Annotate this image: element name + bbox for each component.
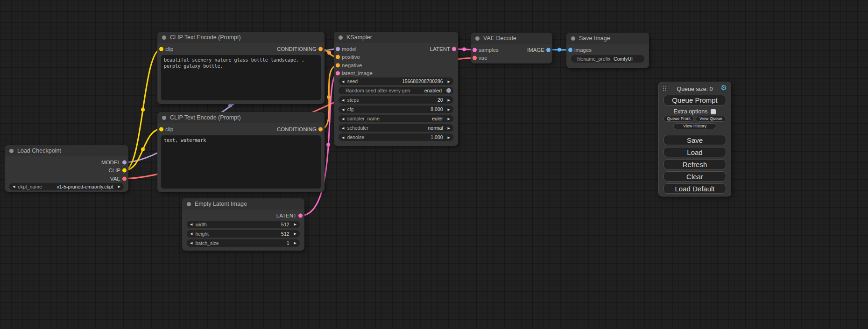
increment-arrow-icon[interactable]: ▶: [294, 232, 296, 235]
link-midpoint-dot: [557, 48, 561, 52]
node-title-bar[interactable]: Empty Latent Image: [182, 198, 304, 210]
steps-widget[interactable]: ◀ steps 20 ▶: [339, 96, 453, 104]
output-slot-conditioning[interactable]: [318, 127, 323, 131]
input-slot-images[interactable]: [568, 48, 572, 52]
output-slot-latent[interactable]: [452, 47, 456, 51]
node-clip-text-encode-negative[interactable]: CLIP Text Encode (Prompt) clip CONDITION…: [157, 112, 325, 192]
view-history-button[interactable]: View History: [673, 123, 716, 129]
collapse-dot-icon[interactable]: [571, 36, 575, 41]
input-slot-positive[interactable]: [336, 55, 340, 59]
collapse-dot-icon[interactable]: [187, 202, 191, 206]
widget-value: v1-5-pruned-emaonly.ckpt: [56, 184, 113, 189]
height-widget[interactable]: ◀ height 512 ▶: [187, 230, 300, 238]
increment-arrow-icon[interactable]: ▶: [448, 80, 450, 83]
decrement-arrow-icon[interactable]: ◀: [190, 241, 192, 245]
decrement-arrow-icon[interactable]: ◀: [342, 117, 344, 120]
decrement-arrow-icon[interactable]: ◀: [342, 98, 344, 102]
queue-pill-row: Queue Front View Queue: [663, 116, 726, 122]
collapse-dot-icon[interactable]: [162, 116, 166, 120]
input-slot-negative[interactable]: [336, 63, 340, 67]
sampler-name-widget[interactable]: ◀ sampler_name euler ▶: [339, 115, 453, 122]
extra-options-checkbox[interactable]: [711, 109, 716, 114]
output-slot-clip[interactable]: [122, 168, 127, 173]
decrement-arrow-icon[interactable]: ◀: [190, 223, 192, 226]
output-slot-conditioning[interactable]: [318, 47, 323, 51]
increment-arrow-icon[interactable]: ▶: [448, 98, 450, 102]
increment-arrow-icon[interactable]: ▶: [118, 185, 120, 188]
load-default-button[interactable]: Load Default: [663, 183, 726, 194]
input-slot-clip[interactable]: [159, 127, 163, 131]
node-title-bar[interactable]: VAE Decode: [471, 33, 552, 44]
denoise-widget[interactable]: ◀ denoise 1.000 ▶: [339, 133, 453, 141]
increment-arrow-icon[interactable]: ▶: [448, 136, 450, 139]
collapse-dot-icon[interactable]: [162, 35, 166, 40]
output-slot-latent[interactable]: [298, 213, 303, 217]
slot-row: latent_image: [334, 70, 458, 78]
widget-value: normal: [428, 125, 443, 131]
node-ksampler[interactable]: KSampler model LATENT positive negative …: [334, 32, 458, 146]
increment-arrow-icon[interactable]: ▶: [294, 223, 296, 226]
input-slot-vae[interactable]: [473, 56, 477, 60]
increment-arrow-icon[interactable]: ▶: [448, 108, 450, 111]
random-seed-toggle-widget[interactable]: Random seed after every gen enabled: [339, 87, 453, 94]
node-title-bar[interactable]: CLIP Text Encode (Prompt): [157, 112, 325, 123]
queue-prompt-button[interactable]: Queue Prompt: [663, 95, 726, 105]
scheduler-widget[interactable]: ◀ scheduler normal ▶: [339, 124, 453, 132]
node-vae-decode[interactable]: VAE Decode samples IMAGE vae: [471, 33, 552, 63]
widget-label: ckpt_name: [18, 184, 42, 189]
node-load-checkpoint[interactable]: Load Checkpoint MODEL CLIP VAE ◀ ckpt_na…: [5, 145, 128, 192]
node-title-bar[interactable]: CLIP Text Encode (Prompt): [157, 32, 325, 43]
widget-label: height: [195, 231, 209, 237]
output-slot-image[interactable]: [546, 48, 550, 52]
decrement-arrow-icon[interactable]: ◀: [342, 108, 344, 111]
input-slot-clip[interactable]: [159, 47, 163, 51]
increment-arrow-icon[interactable]: ▶: [294, 241, 296, 245]
refresh-button[interactable]: Refresh: [663, 159, 726, 169]
collapse-dot-icon[interactable]: [9, 149, 14, 153]
collapse-dot-icon[interactable]: [339, 35, 343, 40]
node-save-image[interactable]: Save Image images filename_prefix ComfyU…: [566, 33, 649, 68]
output-slot-model[interactable]: [122, 160, 127, 164]
save-button[interactable]: Save: [663, 135, 726, 145]
cfg-widget[interactable]: ◀ cfg 8.000 ▶: [339, 105, 453, 113]
collapse-dot-icon[interactable]: [475, 36, 480, 41]
node-title-bar[interactable]: Save Image: [566, 33, 649, 44]
queue-front-button[interactable]: Queue Front: [663, 116, 694, 122]
drag-handle-icon[interactable]: [663, 86, 667, 92]
node-empty-latent-image[interactable]: Empty Latent Image LATENT ◀ width 512 ▶ …: [182, 198, 304, 251]
width-widget[interactable]: ◀ width 512 ▶: [187, 221, 300, 228]
decrement-arrow-icon[interactable]: ◀: [342, 136, 344, 139]
widget-value: 512: [281, 222, 289, 227]
node-title-bar[interactable]: Load Checkpoint: [5, 145, 128, 156]
batch-size-widget[interactable]: ◀ batch_size 1 ▶: [187, 239, 300, 247]
increment-arrow-icon[interactable]: ▶: [448, 126, 450, 130]
node-title-bar[interactable]: KSampler: [334, 32, 458, 43]
output-label: VAE: [110, 176, 120, 182]
load-button[interactable]: Load: [663, 147, 726, 157]
view-queue-button[interactable]: View Queue: [696, 116, 726, 122]
decrement-arrow-icon[interactable]: ◀: [342, 80, 344, 83]
output-label: CONDITIONING: [277, 46, 317, 52]
input-slot-latent-image[interactable]: [336, 71, 340, 76]
node-clip-text-encode-positive[interactable]: CLIP Text Encode (Prompt) clip CONDITION…: [157, 32, 325, 104]
decrement-arrow-icon[interactable]: ◀: [342, 126, 344, 130]
link-midpoint-dot: [326, 143, 330, 147]
input-slot-samples[interactable]: [473, 48, 477, 52]
output-slot-vae[interactable]: [122, 176, 127, 181]
input-slot-model[interactable]: [336, 47, 340, 51]
node-title: VAE Decode: [483, 35, 516, 42]
toggle-dot-icon[interactable]: [446, 88, 451, 93]
prompt-textarea[interactable]: beautiful scenery nature glass bottle la…: [161, 55, 321, 100]
decrement-arrow-icon[interactable]: ◀: [13, 185, 15, 188]
filename-prefix-widget[interactable]: filename_prefix ComfyUI: [571, 55, 644, 63]
queue-menu-panel[interactable]: Queue size: 0 ⚙ Queue Prompt Extra optio…: [658, 82, 731, 196]
decrement-arrow-icon[interactable]: ◀: [190, 232, 192, 235]
prompt-textarea[interactable]: text, watermark: [161, 135, 321, 189]
settings-gear-icon[interactable]: ⚙: [721, 84, 727, 91]
slot-row: positive: [334, 53, 458, 62]
increment-arrow-icon[interactable]: ▶: [448, 117, 450, 120]
seed-widget[interactable]: ◀ seed 156680208700286 ▶: [339, 77, 453, 85]
clear-button[interactable]: Clear: [663, 171, 726, 182]
node-graph-canvas[interactable]: Load Checkpoint MODEL CLIP VAE ◀ ckpt_na…: [0, 0, 868, 329]
ckpt-name-widget[interactable]: ◀ ckpt_name v1-5-pruned-emaonly.ckpt ▶: [9, 183, 124, 190]
